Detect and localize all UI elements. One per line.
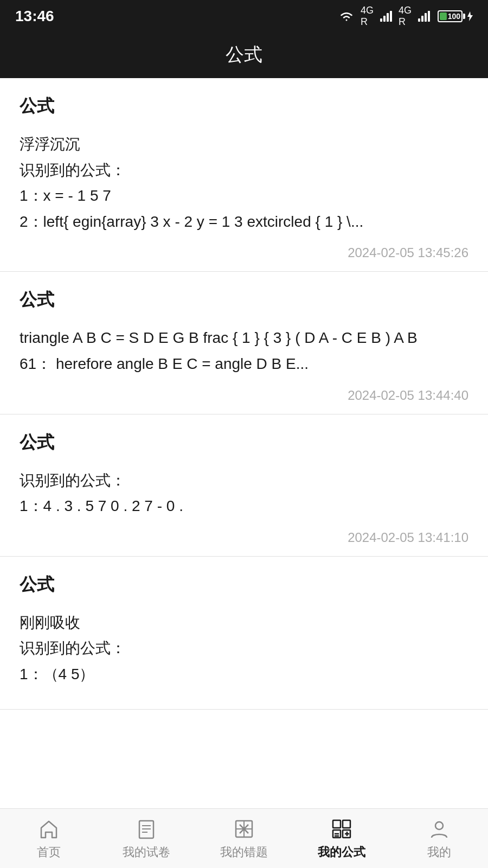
status-bar: 13:46 4GR 4GR 100 — [0, 0, 488, 33]
wifi-icon — [339, 10, 354, 22]
page-title: 公式 — [226, 44, 262, 65]
nav-label-papers: 我的试卷 — [123, 844, 170, 860]
formula-card-3[interactable]: 公式 识别到的公式： 1：4 . 3 . 5 7 0 . 2 7 - 0 . 2… — [0, 414, 488, 557]
card-4-body: 刚刚吸收 识别到的公式： 1：（4 5） — [20, 610, 468, 687]
mine-icon — [427, 817, 451, 841]
nav-item-errors[interactable]: 我的错题 — [195, 817, 293, 860]
formula-card-4[interactable]: 公式 刚刚吸收 识别到的公式： 1：（4 5） — [0, 557, 488, 710]
card-2-time: 2024-02-05 13:44:40 — [20, 388, 468, 403]
svg-rect-6 — [425, 13, 427, 22]
svg-rect-2 — [387, 13, 389, 22]
card-3-time: 2024-02-05 13:41:10 — [20, 530, 468, 545]
svg-rect-17 — [333, 820, 341, 828]
status-time: 13:46 — [15, 8, 54, 25]
nav-item-home[interactable]: 首页 — [0, 817, 98, 860]
card-3-body: 识别到的公式： 1：4 . 3 . 5 7 0 . 2 7 - 0 . — [20, 468, 468, 519]
nav-label-mine: 我的 — [427, 844, 451, 860]
nav-item-mine[interactable]: 我的 — [390, 817, 488, 860]
svg-rect-7 — [428, 11, 430, 22]
formulas-icon — [330, 817, 354, 841]
nav-item-formulas[interactable]: 我的公式 — [293, 817, 390, 860]
card-2-body: triangle A B C = S D E G B frac { 1 } { … — [20, 325, 468, 376]
papers-icon — [134, 817, 158, 841]
status-icons: 4GR 4GR 100 — [339, 5, 473, 28]
battery-percent: 100 — [448, 12, 460, 21]
battery-container: 100 — [438, 10, 473, 22]
battery-fill — [440, 12, 447, 20]
svg-point-25 — [435, 822, 443, 829]
svg-rect-4 — [418, 18, 420, 22]
card-2-title: 公式 — [20, 288, 468, 312]
card-4-title: 公式 — [20, 573, 468, 597]
svg-rect-1 — [383, 16, 386, 22]
nav-label-home: 首页 — [37, 844, 61, 860]
content-area: 公式 浮浮沉沉 识别到的公式： 1：x = - 1 5 7 2：left{ eg… — [0, 78, 488, 808]
home-icon — [37, 817, 61, 841]
card-3-title: 公式 — [20, 431, 468, 455]
formula-card-2[interactable]: 公式 triangle A B C = S D E G B frac { 1 }… — [0, 272, 488, 414]
signal-icon-1 — [380, 11, 392, 22]
svg-rect-3 — [390, 11, 392, 22]
network-label-2: 4GR — [399, 5, 412, 28]
nav-label-formulas: 我的公式 — [318, 844, 365, 860]
top-nav-bar: 公式 — [0, 33, 488, 78]
formula-card-1[interactable]: 公式 浮浮沉沉 识别到的公式： 1：x = - 1 5 7 2：left{ eg… — [0, 78, 488, 272]
signal-icon-2 — [418, 11, 430, 22]
errors-icon — [232, 817, 256, 841]
nav-item-papers[interactable]: 我的试卷 — [98, 817, 195, 860]
card-1-title: 公式 — [20, 94, 468, 118]
battery-tip — [463, 14, 465, 19]
svg-rect-18 — [343, 820, 350, 828]
bottom-nav: 首页 我的试卷 我的错题 — [0, 808, 488, 868]
svg-rect-5 — [421, 16, 423, 22]
card-1-body: 浮浮沉沉 识别到的公式： 1：x = - 1 5 7 2：left{ egin{… — [20, 131, 468, 234]
nav-label-errors: 我的错题 — [220, 844, 268, 860]
card-1-time: 2024-02-05 13:45:26 — [20, 245, 468, 260]
battery-body: 100 — [438, 10, 463, 22]
network-label-1: 4GR — [361, 5, 374, 28]
svg-rect-0 — [380, 18, 382, 22]
charging-icon — [466, 11, 473, 21]
